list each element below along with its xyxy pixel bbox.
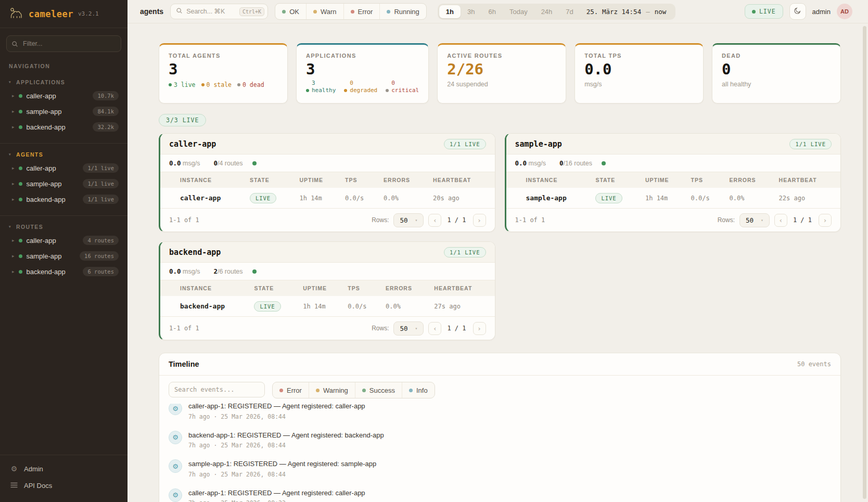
time-range-6h[interactable]: 6h [481, 5, 502, 18]
timeline-card: Timeline 50 events Error Warning [159, 353, 841, 502]
stat-card-dead: DEAD 0 all healthy [712, 43, 841, 104]
status-dot [19, 166, 22, 170]
sidebar-item-admin[interactable]: ⚙ Admin [7, 460, 120, 477]
filter-warning[interactable]: Warning [309, 382, 355, 398]
next-page-button[interactable]: › [473, 322, 486, 335]
time-range-24h[interactable]: 24h [534, 5, 559, 18]
shortcut-kbd: Ctrl+K [239, 7, 264, 16]
cell-tps: 0.0/s [341, 188, 379, 208]
topbar: agents Ctrl+K OK Warn Error Ru [127, 0, 868, 23]
rows-per-page-select[interactable]: 50 ▾ [393, 321, 424, 336]
filter-running[interactable]: Running [379, 4, 426, 19]
sidebar-item-backend-app-agent[interactable]: ▸ backend-app 1/1 live [4, 191, 123, 207]
events-list[interactable]: ⚙ caller-app-1: REGISTERED — Agent regis… [159, 404, 840, 502]
section-routes: ▾ ROUTES ▸ caller-app 4 routes ▸ sample-… [0, 215, 127, 286]
filter-info[interactable]: Info [402, 382, 435, 398]
app-name: cameleer [29, 9, 73, 19]
sidebar-item-backend-app-routes[interactable]: ▸ backend-app 6 routes [4, 264, 123, 279]
item-badge: 4 routes [83, 236, 119, 245]
filter-warn[interactable]: Warn [306, 4, 343, 19]
cell-state: LIVE [250, 296, 299, 316]
next-page-button[interactable]: › [473, 214, 486, 227]
sidebar-filter [6, 35, 121, 52]
sidebar-item-sample-app-agent[interactable]: ▸ sample-app 1/1 live [4, 176, 123, 191]
status-dot [19, 270, 22, 274]
healthy-dot-icon [306, 89, 309, 92]
row-range: 1-1 of 1 [169, 325, 199, 332]
event-item[interactable]: ⚙ sample-app-1: REGISTERED — Agent regis… [169, 454, 831, 483]
sidebar-item-backend-app[interactable]: ▸ backend-app 32.2k [4, 119, 123, 135]
page-indicator: 1 / 1 [793, 216, 812, 224]
live-status-badge[interactable]: LIVE [745, 4, 783, 19]
topbar-right: LIVE admin AD [745, 3, 852, 20]
table-row[interactable]: caller-app LIVE 1h 14m 0.0/s 0.0% 20s ag… [160, 188, 495, 208]
global-search-input[interactable] [186, 8, 236, 15]
status-dot [19, 110, 22, 113]
global-search[interactable]: Ctrl+K [170, 4, 268, 19]
filter-error[interactable]: Error [273, 382, 309, 398]
sidebar-item-caller-app-routes[interactable]: ▸ caller-app 4 routes [4, 233, 123, 248]
time-range-1h[interactable]: 1h [439, 5, 461, 18]
stat-card-applications: APPLICATIONS 3 3healthy 0degraded 0criti… [296, 43, 429, 104]
prev-page-button[interactable]: ‹ [428, 322, 441, 335]
sidebar-item-caller-app-agent[interactable]: ▸ caller-app 1/1 live [4, 160, 123, 176]
app-cards-grid: caller-app 1/1 LIVE 0.0 msg/s 0/4 routes… [159, 133, 841, 340]
error-dot-icon [279, 389, 283, 392]
navigation-label: NAVIGATION [0, 54, 127, 71]
cell-instance: sample-app [522, 188, 592, 208]
time-range-3h[interactable]: 3h [461, 5, 481, 18]
filter-ok[interactable]: OK [275, 4, 306, 19]
scrollbar[interactable] [863, 26, 866, 499]
live-dot-icon [169, 83, 172, 86]
item-badge: 1/1 live [83, 195, 119, 204]
cell-uptime: 1h 14m [295, 188, 341, 208]
app-card-title[interactable]: backend-app [169, 248, 221, 257]
avatar[interactable]: AD [837, 4, 852, 19]
section-header-agents[interactable]: ▾ AGENTS [4, 149, 123, 160]
event-item[interactable]: ⚙ caller-app-1: REGISTERED — Agent regis… [169, 483, 831, 502]
warn-dot-icon [313, 10, 317, 14]
sidebar-item-sample-app[interactable]: ▸ sample-app 84.1k [4, 104, 123, 119]
chevron-right-icon: ▸ [12, 253, 15, 259]
timeline-title: Timeline [169, 360, 199, 368]
events-search-input[interactable] [169, 382, 265, 397]
app-card-title[interactable]: sample-app [515, 139, 562, 149]
event-item[interactable]: ⚙ caller-app-1: REGISTERED — Agent regis… [169, 404, 831, 426]
next-page-button[interactable]: › [819, 214, 832, 227]
caret-down-icon: ▾ [761, 218, 763, 223]
table-row[interactable]: backend-app LIVE 1h 14m 0.0/s 0.0% 27s a… [160, 296, 495, 316]
gear-icon: ⚙ [169, 431, 182, 444]
instances-table: INSTANCE STATE UPTIME TPS ERRORS HEARTBE… [506, 172, 841, 208]
live-pill: 1/1 LIVE [444, 139, 486, 149]
caret-down-icon: ▾ [9, 152, 11, 157]
cell-uptime: 1h 14m [641, 188, 687, 208]
caret-down-icon: ▾ [9, 80, 11, 84]
table-footer: 1-1 of 1 Rows: 50 ▾ ‹ 1 / 1 › [160, 316, 495, 340]
search-icon [176, 7, 183, 16]
rows-per-page-select[interactable]: 50 ▾ [393, 213, 424, 227]
app-card-title[interactable]: caller-app [169, 139, 216, 149]
table-footer: 1-1 of 1 Rows: 50 ▾ ‹ 1 / 1 › [506, 208, 841, 231]
dark-mode-toggle[interactable] [789, 3, 806, 20]
time-range-today[interactable]: Today [503, 5, 534, 18]
filter-error[interactable]: Error [343, 4, 380, 19]
sidebar-filter-input[interactable] [6, 35, 121, 52]
sidebar-item-api-docs[interactable]: API Docs [7, 477, 120, 494]
prev-page-button[interactable]: ‹ [774, 214, 787, 227]
event-item[interactable]: ⚙ backend-app-1: REGISTERED — Agent regi… [169, 426, 831, 455]
filter-success[interactable]: Success [355, 382, 402, 398]
health-dot-icon [602, 161, 606, 165]
table-row[interactable]: sample-app LIVE 1h 14m 0.0/s 0.0% 22s ag… [506, 188, 841, 208]
status-dot [19, 198, 22, 201]
item-badge: 6 routes [83, 267, 119, 276]
rows-per-page-select[interactable]: 50 ▾ [739, 213, 770, 227]
prev-page-button[interactable]: ‹ [428, 214, 441, 227]
sidebar-item-sample-app-routes[interactable]: ▸ sample-app 16 routes [4, 248, 123, 264]
sidebar-item-caller-app[interactable]: ▸ caller-app 10.7k [4, 88, 123, 104]
cell-instance: caller-app [176, 188, 246, 208]
section-header-applications[interactable]: ▾ APPLICATIONS [4, 76, 123, 88]
timeline-filters: Error Warning Success Info [159, 376, 840, 404]
chevron-right-icon: ▸ [12, 197, 15, 202]
time-range-7d[interactable]: 7d [559, 5, 580, 18]
section-header-routes[interactable]: ▾ ROUTES [4, 221, 123, 233]
